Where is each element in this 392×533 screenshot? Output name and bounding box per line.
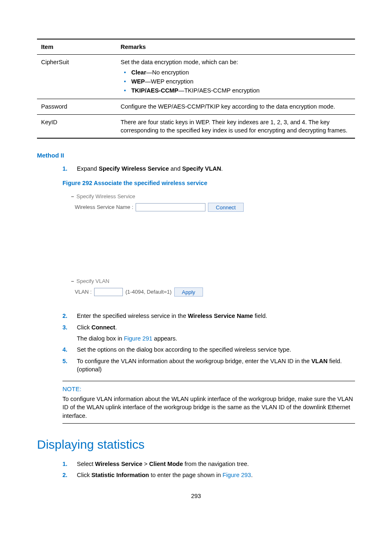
opt-desc: —TKIP/AES-CCMP encryption: [178, 87, 260, 94]
panel-header[interactable]: －Specify VLAN: [70, 278, 355, 285]
vlan-label: VLAN :: [75, 288, 92, 296]
table-row: KeyID There are four static keys in WEP.…: [37, 114, 355, 138]
ds-step1-text: Select Wireless Service > Client Mode fr…: [77, 460, 355, 468]
table-row: CipherSuit Set the data encryption mode,…: [37, 55, 355, 99]
collapse-icon[interactable]: －: [70, 278, 75, 284]
panel-title: Specify VLAN: [76, 278, 109, 284]
vlan-input[interactable]: [94, 288, 123, 296]
opt-desc: —No encryption: [146, 69, 189, 76]
step-number: 4.: [62, 345, 77, 354]
cell-item: CipherSuit: [37, 55, 117, 99]
figure-291-link[interactable]: Figure 291: [124, 335, 152, 342]
step-number: 1.: [62, 460, 77, 468]
options-list: Clear—No encryption WEP—WEP encryption T…: [121, 68, 351, 95]
panel-header[interactable]: －Specify Wireless Service: [70, 193, 355, 200]
step4-text: Set the options on the dialog box accord…: [77, 345, 355, 354]
step5-text: To configure the VLAN information about …: [77, 357, 355, 374]
step3-text: Click Connect.: [77, 323, 355, 331]
specify-vlan-panel: －Specify VLAN VLAN : (1-4094, Default=1)…: [70, 278, 355, 297]
col-header-remarks: Remarks: [117, 39, 355, 55]
specify-wireless-service-panel: －Specify Wireless Service Wireless Servi…: [70, 193, 355, 212]
collapse-icon[interactable]: －: [70, 193, 75, 199]
page-number: 293: [37, 492, 355, 500]
cell-item: KeyID: [37, 114, 117, 138]
wireless-service-name-input[interactable]: [136, 203, 205, 211]
opt-desc: —WEP encryption: [145, 78, 194, 85]
opt-label: WEP: [131, 78, 145, 85]
remarks-intro: Set the data encryption mode, which can …: [121, 58, 351, 66]
figure-caption: Figure 292 Associate the specified wirel…: [62, 179, 355, 187]
step-number: 5.: [62, 357, 77, 374]
cell-item: Password: [37, 99, 117, 114]
cell-remarks: There are four static keys in WEP. Their…: [117, 114, 355, 138]
step2-text: Enter the specified wireless service in …: [77, 312, 355, 320]
step1-text: Expand Specify Wireless Service and Spec…: [77, 165, 355, 173]
panel-title: Specify Wireless Service: [76, 193, 135, 199]
method2-heading: Method II: [37, 151, 355, 160]
step-number: 2.: [62, 471, 77, 479]
vlan-hint: (1-4094, Default=1): [125, 288, 171, 296]
step-number: 3.: [62, 323, 77, 331]
step-number: 2.: [62, 312, 77, 320]
cell-remarks: Configure the WEP/AES-CCMP/TKIP key acco…: [117, 99, 355, 114]
apply-button[interactable]: Apply: [174, 287, 203, 297]
step-number: 1.: [62, 165, 77, 173]
wsn-label: Wireless Service Name :: [75, 204, 133, 211]
ds-step2-text: Click Statistic Information to enter the…: [77, 471, 355, 479]
list-item: TKIP/AES-CCMP—TKIP/AES-CCMP encryption: [131, 86, 351, 95]
table-header-row: Item Remarks: [37, 39, 355, 55]
list-item: WEP—WEP encryption: [131, 77, 351, 86]
cell-remarks: Set the data encryption mode, which can …: [117, 55, 355, 99]
divider: [62, 423, 355, 424]
list-item: Clear—No encryption: [131, 68, 351, 76]
divider: [62, 381, 355, 381]
figure-293-link[interactable]: Figure 293: [223, 472, 251, 478]
opt-label: TKIP/AES-CCMP: [131, 87, 178, 94]
opt-label: Clear: [131, 69, 146, 76]
table-row: Password Configure the WEP/AES-CCMP/TKIP…: [37, 99, 355, 114]
connect-button[interactable]: Connect: [208, 203, 243, 212]
note-body: To configure VLAN information about the …: [62, 395, 355, 420]
col-header-item: Item: [37, 39, 117, 55]
config-table: Item Remarks CipherSuit Set the data enc…: [37, 39, 355, 139]
note-title: NOTE:: [62, 385, 355, 393]
step3-sub: The dialog box in Figure 291 appears.: [37, 334, 355, 343]
displaying-statistics-heading: Displaying statistics: [37, 436, 355, 453]
